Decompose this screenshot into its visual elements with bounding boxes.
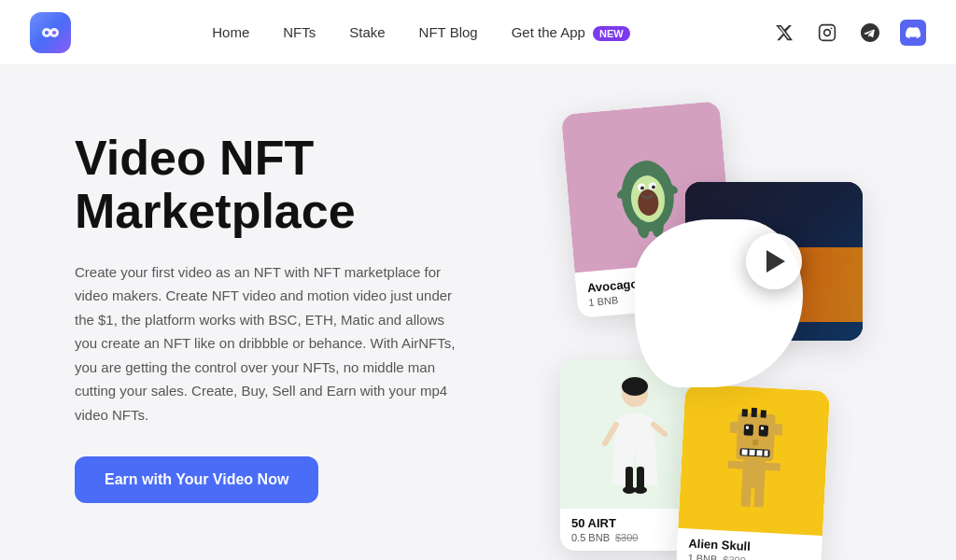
svg-rect-33 <box>741 449 747 455</box>
hero-left: Video NFT Marketplace Create your first … <box>75 122 541 504</box>
nav-home[interactable]: Home <box>212 24 249 40</box>
logo[interactable] <box>30 12 71 53</box>
svg-rect-29 <box>745 426 748 428</box>
svg-point-3 <box>52 31 56 35</box>
discord-icon[interactable] <box>900 20 926 46</box>
hero-title: Video NFT Marketplace <box>75 132 541 238</box>
svg-rect-45 <box>740 487 751 506</box>
svg-point-19 <box>622 377 648 396</box>
svg-point-23 <box>634 486 647 494</box>
play-button[interactable] <box>746 233 802 289</box>
svg-rect-4 <box>820 24 836 40</box>
svg-rect-42 <box>741 459 766 488</box>
new-badge: NEW <box>593 26 630 41</box>
svg-rect-41 <box>760 410 766 417</box>
svg-point-22 <box>623 486 636 494</box>
svg-rect-34 <box>749 449 754 455</box>
twitter-icon[interactable] <box>771 20 797 46</box>
nav-nft-blog[interactable]: NFT Blog <box>419 24 478 40</box>
hero-description: Create your first video as an NFT with N… <box>75 260 467 427</box>
alien-image <box>678 384 830 536</box>
nav-nfts[interactable]: NFTs <box>283 24 316 40</box>
social-icons <box>771 20 926 46</box>
play-triangle-icon <box>766 250 785 273</box>
svg-line-24 <box>605 425 616 443</box>
instagram-icon[interactable] <box>814 20 840 46</box>
svg-rect-35 <box>756 450 762 455</box>
cta-button[interactable]: Earn with Your Video Now <box>75 456 318 503</box>
svg-rect-40 <box>751 407 757 416</box>
svg-rect-46 <box>753 488 764 507</box>
svg-rect-43 <box>727 460 742 469</box>
telegram-icon[interactable] <box>857 20 883 46</box>
svg-point-5 <box>824 29 831 35</box>
svg-point-2 <box>45 31 49 35</box>
svg-rect-28 <box>758 425 768 437</box>
svg-rect-27 <box>743 424 753 436</box>
svg-rect-38 <box>774 424 782 435</box>
svg-rect-39 <box>741 409 747 416</box>
hero-right: Avocago 1 BNB <box>541 79 881 546</box>
svg-point-6 <box>831 27 833 29</box>
nft-card-alien[interactable]: Alien Skull 1 BNB $300 <box>676 384 830 560</box>
main-nav: Home NFTs Stake NFT Blog Get the App NEW <box>212 24 630 40</box>
nav-get-app[interactable]: Get the App NEW <box>512 24 630 40</box>
nav-stake[interactable]: Stake <box>349 24 385 40</box>
svg-rect-44 <box>765 462 780 470</box>
svg-rect-36 <box>764 450 767 455</box>
logo-icon <box>30 12 71 53</box>
svg-rect-30 <box>760 427 763 429</box>
svg-rect-37 <box>729 421 738 432</box>
svg-rect-31 <box>752 439 758 444</box>
svg-line-25 <box>654 425 665 434</box>
